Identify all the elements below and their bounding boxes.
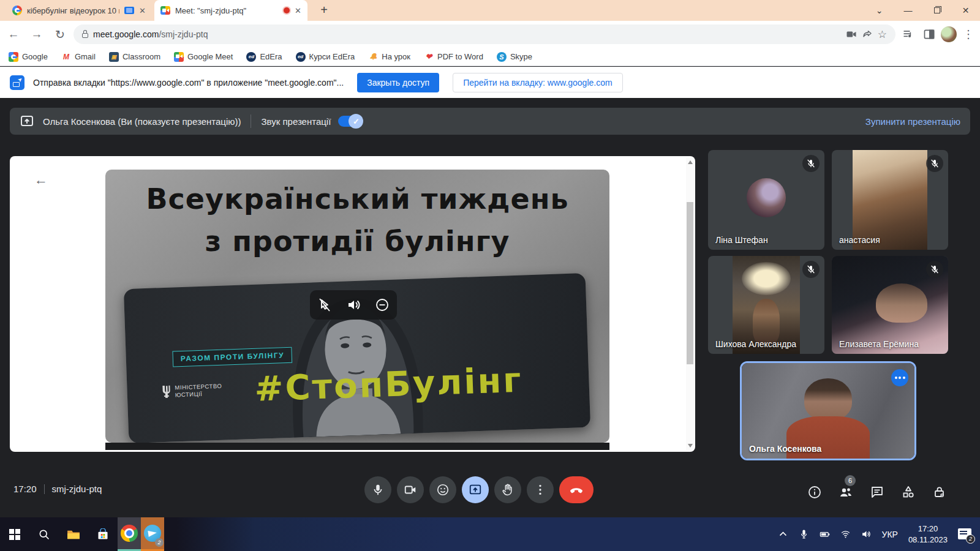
scroll-up-icon[interactable]	[688, 160, 693, 164]
forward-button[interactable]: →	[27, 24, 47, 44]
participant-tile-olga-kosenkova-self[interactable]: Ольга Косенкова	[740, 361, 916, 460]
camera-in-use-icon[interactable]	[846, 29, 857, 40]
slide-hover-controls	[310, 290, 397, 320]
bookmark-naurok[interactable]: 🔔︎На урок	[368, 52, 410, 62]
participant-name: Ліна Штефан	[715, 235, 768, 245]
bookmark-classroom[interactable]: ▣Classroom	[109, 52, 160, 62]
goto-tab-button[interactable]: Перейти на вкладку: www.google.com	[453, 73, 623, 92]
participant-tile-anastasia[interactable]: анастасия	[832, 150, 948, 250]
telegram-taskbar-button[interactable]: 2	[141, 517, 164, 551]
present-button[interactable]	[462, 476, 489, 503]
reload-button[interactable]: ↻	[50, 24, 70, 44]
more-options-button[interactable]	[527, 476, 554, 503]
bookmark-google-meet[interactable]: Google Meet	[174, 52, 233, 62]
close-tab-icon[interactable]: ✕	[295, 6, 301, 15]
restore-icon	[934, 7, 940, 13]
share-icon[interactable]	[862, 29, 873, 40]
notification-count-badge: 2	[966, 534, 975, 544]
edera-icon: ed	[296, 52, 306, 62]
back-button[interactable]: ←	[4, 24, 23, 44]
address-bar[interactable]: meet.google.com/smj-zjdu-ptq ☆	[74, 24, 895, 44]
language-indicator[interactable]: УКР	[882, 530, 898, 539]
telegram-unread-badge: 2	[155, 538, 164, 547]
bookmark-google[interactable]: Google	[9, 52, 48, 62]
chrome-taskbar-button[interactable]	[118, 517, 141, 551]
reactions-button[interactable]	[429, 476, 456, 503]
tray-mic-icon[interactable]	[799, 529, 809, 539]
microsoft-store-button[interactable]	[88, 517, 118, 551]
trident-icon	[161, 384, 172, 399]
ministry-label: МІНІСТЕРСТВО ЮСТИЦІЇ	[175, 383, 222, 399]
scrollbar-thumb[interactable]	[687, 202, 693, 364]
zoom-out-icon[interactable]	[375, 298, 390, 312]
google-icon	[9, 52, 18, 62]
participant-name: Ольга Косенкова	[749, 444, 821, 454]
meeting-panels: 6	[807, 485, 947, 500]
tab-meet[interactable]: Meet: "smj-zjdu-ptq" ✕	[154, 0, 307, 21]
stop-presentation-button[interactable]: Зупинити презентацію	[865, 116, 960, 127]
browser-menu-icon[interactable]: ⋮	[959, 25, 978, 43]
leave-call-button[interactable]	[559, 476, 594, 503]
scrollbar[interactable]	[686, 157, 694, 451]
media-controls-icon[interactable]	[899, 25, 918, 43]
people-button[interactable]: 6	[839, 485, 853, 500]
tab-strip: кібербулінг відеоурок 10 к ✕ Meet: "smj-…	[0, 0, 980, 21]
edera-icon: ed	[246, 52, 256, 62]
tile-options-button[interactable]	[891, 369, 908, 386]
tray-volume-icon[interactable]	[861, 529, 872, 539]
bookmark-edera-courses[interactable]: edКурси EdEra	[296, 52, 355, 62]
meeting-details-button[interactable]	[807, 485, 822, 500]
raise-hand-button[interactable]	[494, 476, 521, 503]
profile-avatar[interactable]	[941, 26, 957, 42]
action-center-button[interactable]: 2	[958, 528, 971, 541]
laser-pointer-off-icon[interactable]	[317, 298, 332, 312]
mic-button[interactable]	[364, 476, 391, 503]
presentation-audio-toggle[interactable]: ✓	[338, 116, 361, 127]
bookmark-skype[interactable]: SSkype	[497, 52, 532, 62]
skype-icon: S	[497, 52, 507, 62]
browser-toolbar: ← → ↻ meet.google.com/smj-zjdu-ptq ☆ ⋮	[0, 21, 980, 48]
participant-count-badge: 6	[845, 475, 856, 486]
presentation-audio-label: Звук презентації	[261, 116, 331, 127]
tray-battery-icon[interactable]	[820, 529, 830, 539]
participant-tile-lina-shtefan[interactable]: Ліна Штефан	[708, 150, 824, 250]
participant-tile-elizaveta-eremina[interactable]: Елизавета Ерёмина	[832, 256, 948, 354]
mic-muted-icon	[802, 261, 820, 278]
activities-button[interactable]	[901, 485, 916, 500]
close-tab-icon[interactable]: ✕	[139, 6, 146, 15]
bookmark-edera[interactable]: edEdEra	[246, 52, 282, 62]
check-icon: ✓	[349, 114, 363, 129]
scroll-down-icon[interactable]	[688, 444, 693, 448]
close-window-button[interactable]: ✕	[951, 0, 980, 21]
participant-tile-shikhova-aleksandra[interactable]: Шихова Александра	[708, 256, 824, 354]
clock-date[interactable]: 17:20 08.11.2023	[908, 523, 948, 545]
tab-video-lesson[interactable]: кібербулінг відеоурок 10 к ✕	[6, 0, 152, 21]
camera-button[interactable]	[397, 476, 424, 503]
new-tab-button[interactable]: +	[316, 2, 332, 18]
volume-icon[interactable]	[346, 298, 361, 312]
side-panel-icon[interactable]	[920, 25, 938, 43]
chrome-icon	[121, 525, 138, 542]
tab-search-icon[interactable]: ⌄	[865, 0, 894, 21]
heart-icon: ❤︎	[424, 52, 434, 62]
tray-wifi-icon[interactable]	[840, 529, 851, 539]
chat-button[interactable]	[870, 485, 884, 500]
bookmark-pdf-to-word[interactable]: ❤︎PDF to Word	[424, 52, 483, 62]
stop-sharing-button[interactable]: Закрыть доступ	[357, 73, 439, 92]
participant-name: Елизавета Ерёмина	[839, 339, 919, 349]
minimize-button[interactable]: —	[894, 0, 922, 21]
tray-expand-icon[interactable]	[778, 529, 788, 539]
window-controls: ⌄ — ✕	[865, 0, 980, 21]
file-explorer-button[interactable]	[59, 517, 88, 551]
bookmarks-bar: Google MGmail ▣Classroom Google Meet edE…	[0, 48, 980, 66]
meet-stage: Ольга Косенкова (Ви (показуєте презентац…	[0, 98, 980, 517]
back-arrow-icon[interactable]: ←	[34, 172, 48, 188]
restore-button[interactable]	[922, 0, 951, 21]
search-button[interactable]	[29, 517, 59, 551]
presentation-bar: Ольга Косенкова (Ви (показуєте презентац…	[10, 108, 970, 135]
bookmark-star-icon[interactable]: ☆	[878, 28, 887, 41]
start-button[interactable]	[0, 517, 29, 551]
participant-name: Шихова Александра	[715, 339, 796, 349]
bookmark-gmail[interactable]: MGmail	[61, 52, 96, 62]
host-controls-button[interactable]	[932, 485, 947, 500]
